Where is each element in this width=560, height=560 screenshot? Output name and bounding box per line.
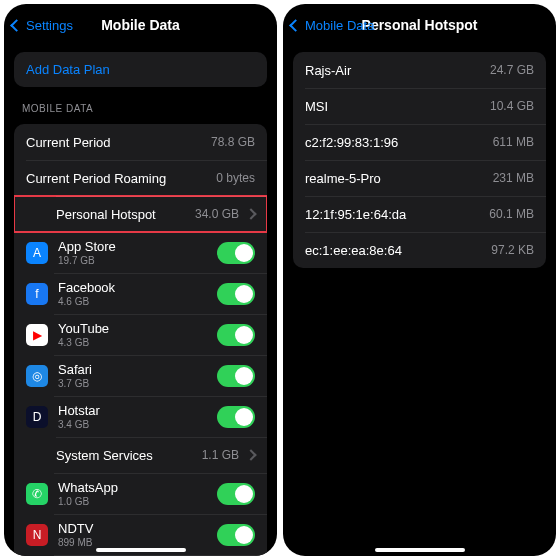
client-name: realme-5-Pro (305, 171, 381, 186)
back-label: Settings (26, 18, 73, 33)
back-label: Mobile Data (305, 18, 374, 33)
app-row[interactable]: ▶YouTube4.3 GB (14, 314, 267, 355)
row-label: Personal Hotspot (56, 207, 156, 222)
row-value: 78.8 GB (211, 135, 255, 149)
personal-hotspot-row[interactable]: Personal Hotspot 34.0 GB (14, 196, 267, 232)
page-title: Mobile Data (101, 17, 180, 33)
row-value: 0 bytes (216, 171, 255, 185)
app-row[interactable]: EESPNcricinfo873 MB (14, 555, 267, 556)
app-toggle[interactable] (217, 324, 255, 346)
app-name: App Store (58, 239, 217, 254)
client-name: c2:f2:99:83:1:96 (305, 135, 398, 150)
current-period-row[interactable]: Current Period 78.8 GB (14, 124, 267, 160)
app-name: Facebook (58, 280, 217, 295)
scroll-area[interactable]: Rajs-Air24.7 GBMSI10.4 GBc2:f2:99:83:1:9… (283, 46, 556, 556)
client-name: 12:1f:95:1e:64:da (305, 207, 406, 222)
app-name: Safari (58, 362, 217, 377)
app-icon: A (26, 242, 48, 264)
client-usage: 24.7 GB (490, 63, 534, 77)
app-row[interactable]: ◎Safari3.7 GB (14, 355, 267, 396)
row-label: System Services (56, 448, 153, 463)
roaming-row[interactable]: Current Period Roaming 0 bytes (14, 160, 267, 196)
row-value: 34.0 GB (195, 207, 239, 221)
row-value: 1.1 GB (202, 448, 239, 462)
phone-right: Mobile Data Personal Hotspot Rajs-Air24.… (283, 4, 556, 556)
clients-group: Rajs-Air24.7 GBMSI10.4 GBc2:f2:99:83:1:9… (293, 52, 546, 268)
navbar: Mobile Data Personal Hotspot (283, 4, 556, 46)
app-name: NDTV (58, 521, 217, 536)
usage-group: Current Period 78.8 GB Current Period Ro… (14, 124, 267, 556)
client-row[interactable]: 12:1f:95:1e:64:da60.1 MB (293, 196, 546, 232)
app-label-stack: Facebook4.6 GB (58, 280, 217, 307)
client-name: Rajs-Air (305, 63, 351, 78)
chevron-left-icon (12, 19, 24, 31)
app-name: YouTube (58, 321, 217, 336)
phone-left: Settings Mobile Data Add Data Plan MOBIL… (4, 4, 277, 556)
home-indicator[interactable] (375, 548, 465, 552)
back-button[interactable]: Settings (12, 18, 73, 33)
add-plan-group: Add Data Plan (14, 52, 267, 87)
app-icon: ✆ (26, 483, 48, 505)
app-row[interactable]: AApp Store19.7 GB (14, 232, 267, 273)
app-label-stack: NDTV899 MB (58, 521, 217, 548)
client-usage: 231 MB (493, 171, 534, 185)
app-name: WhatsApp (58, 480, 217, 495)
app-usage: 3.7 GB (58, 378, 217, 389)
app-icon: f (26, 283, 48, 305)
app-label-stack: Safari3.7 GB (58, 362, 217, 389)
app-name: Hotstar (58, 403, 217, 418)
client-row[interactable]: ec:1:ee:ea:8e:6497.2 KB (293, 232, 546, 268)
client-name: MSI (305, 99, 328, 114)
app-icon: ◎ (26, 365, 48, 387)
chevron-right-icon (245, 449, 256, 460)
app-toggle[interactable] (217, 406, 255, 428)
app-label-stack: YouTube4.3 GB (58, 321, 217, 348)
app-usage: 19.7 GB (58, 255, 217, 266)
client-row[interactable]: realme-5-Pro231 MB (293, 160, 546, 196)
app-toggle[interactable] (217, 483, 255, 505)
client-usage: 10.4 GB (490, 99, 534, 113)
app-label-stack: Hotstar3.4 GB (58, 403, 217, 430)
chevron-left-icon (291, 19, 303, 31)
app-toggle[interactable] (217, 524, 255, 546)
chevron-right-icon (245, 208, 256, 219)
section-header-mobile-data: MOBILE DATA (4, 93, 277, 118)
app-usage: 1.0 GB (58, 496, 217, 507)
app-label-stack: App Store19.7 GB (58, 239, 217, 266)
scroll-area[interactable]: Add Data Plan MOBILE DATA Current Period… (4, 46, 277, 556)
app-usage: 899 MB (58, 537, 217, 548)
page-title: Personal Hotspot (362, 17, 478, 33)
app-icon: ▶ (26, 324, 48, 346)
navbar: Settings Mobile Data (4, 4, 277, 46)
row-label: Current Period (26, 135, 111, 150)
app-row[interactable]: fFacebook4.6 GB (14, 273, 267, 314)
system-services-row[interactable]: System Services 1.1 GB (14, 437, 267, 473)
app-icon: N (26, 524, 48, 546)
app-toggle[interactable] (217, 365, 255, 387)
app-usage: 4.3 GB (58, 337, 217, 348)
app-icon: D (26, 406, 48, 428)
app-usage: 4.6 GB (58, 296, 217, 307)
app-toggle[interactable] (217, 242, 255, 264)
client-usage: 97.2 KB (491, 243, 534, 257)
app-row[interactable]: DHotstar3.4 GB (14, 396, 267, 437)
home-indicator[interactable] (96, 548, 186, 552)
client-usage: 60.1 MB (489, 207, 534, 221)
client-usage: 611 MB (493, 135, 534, 149)
row-label: Current Period Roaming (26, 171, 166, 186)
client-row[interactable]: Rajs-Air24.7 GB (293, 52, 546, 88)
app-toggle[interactable] (217, 283, 255, 305)
client-name: ec:1:ee:ea:8e:64 (305, 243, 402, 258)
add-data-plan-button[interactable]: Add Data Plan (14, 52, 267, 87)
client-row[interactable]: MSI10.4 GB (293, 88, 546, 124)
app-label-stack: WhatsApp1.0 GB (58, 480, 217, 507)
app-row[interactable]: ✆WhatsApp1.0 GB (14, 473, 267, 514)
back-button[interactable]: Mobile Data (291, 18, 374, 33)
client-row[interactable]: c2:f2:99:83:1:96611 MB (293, 124, 546, 160)
app-usage: 3.4 GB (58, 419, 217, 430)
